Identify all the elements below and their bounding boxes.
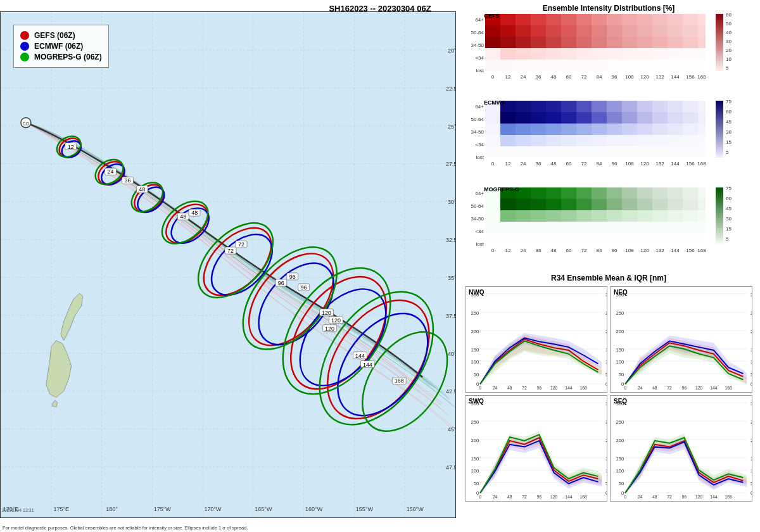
svg-text:250: 250 bbox=[750, 310, 752, 316]
svg-rect-260 bbox=[500, 135, 516, 146]
svg-text:84: 84 bbox=[597, 248, 602, 253]
svg-text:<34: <34 bbox=[475, 55, 484, 61]
svg-text:34-50: 34-50 bbox=[471, 216, 484, 222]
svg-rect-274 bbox=[485, 146, 707, 158]
svg-rect-143 bbox=[516, 37, 531, 48]
svg-rect-342 bbox=[637, 210, 652, 222]
svg-rect-241 bbox=[668, 112, 683, 124]
svg-text:96: 96 bbox=[537, 386, 542, 390]
svg-rect-336 bbox=[546, 210, 561, 222]
svg-rect-270 bbox=[652, 135, 668, 146]
svg-text:24: 24 bbox=[108, 168, 114, 175]
svg-rect-249 bbox=[561, 124, 576, 135]
svg-text:24: 24 bbox=[521, 161, 526, 167]
svg-rect-264 bbox=[561, 135, 576, 146]
svg-text:0: 0 bbox=[479, 495, 481, 499]
svg-text:96: 96 bbox=[289, 274, 296, 280]
svg-text:30: 30 bbox=[726, 39, 732, 44]
svg-rect-325 bbox=[607, 199, 622, 210]
quad-svg-nwq: 300 250 200 150 100 50 0 300 250 200 150… bbox=[466, 287, 607, 392]
svg-rect-144 bbox=[531, 37, 546, 48]
svg-text:36: 36 bbox=[536, 248, 542, 253]
svg-text:96: 96 bbox=[612, 161, 618, 167]
svg-rect-145 bbox=[546, 37, 561, 48]
svg-rect-306 bbox=[546, 187, 561, 199]
svg-text:170°W: 170°W bbox=[205, 506, 222, 512]
svg-text:15: 15 bbox=[726, 226, 732, 232]
svg-rect-250 bbox=[576, 124, 592, 135]
svg-text:100: 100 bbox=[605, 468, 607, 474]
svg-rect-128 bbox=[516, 25, 531, 37]
svg-rect-236 bbox=[592, 112, 607, 124]
svg-text:24: 24 bbox=[493, 495, 498, 499]
svg-rect-173 bbox=[516, 60, 531, 71]
svg-text:0: 0 bbox=[624, 386, 626, 390]
svg-text:150: 150 bbox=[616, 456, 624, 462]
svg-text:50-64: 50-64 bbox=[471, 117, 484, 122]
svg-text:200: 200 bbox=[605, 329, 607, 334]
svg-rect-138 bbox=[668, 25, 683, 37]
svg-rect-258 bbox=[698, 124, 706, 135]
svg-rect-124 bbox=[683, 14, 698, 25]
heatmap-label-mogreps: MOGREPS-G bbox=[484, 186, 519, 193]
svg-text:144: 144 bbox=[710, 386, 718, 390]
svg-rect-135 bbox=[622, 25, 637, 37]
svg-text:72: 72 bbox=[581, 74, 587, 80]
svg-rect-201 bbox=[716, 14, 723, 71]
svg-text:168: 168 bbox=[725, 495, 733, 499]
legend-dot-mogreps bbox=[20, 53, 29, 61]
svg-text:144: 144 bbox=[565, 495, 573, 499]
svg-rect-146 bbox=[561, 37, 576, 48]
svg-rect-240 bbox=[652, 112, 668, 124]
svg-rect-227 bbox=[683, 101, 698, 112]
quad-label-nwq: NWQ bbox=[469, 289, 484, 296]
svg-text:120: 120 bbox=[322, 310, 331, 316]
svg-text:120: 120 bbox=[325, 326, 334, 332]
svg-rect-347 bbox=[485, 222, 707, 233]
footer-text: For model diagnostic purposes. Global en… bbox=[0, 524, 760, 532]
svg-rect-305 bbox=[531, 187, 546, 199]
heatmap-ecmwf: 64+ 50-64 34-50 <34 lost bbox=[464, 98, 714, 168]
svg-text:96: 96 bbox=[612, 74, 618, 80]
svg-text:50-64: 50-64 bbox=[471, 203, 484, 209]
svg-text:150: 150 bbox=[750, 456, 752, 462]
svg-rect-216 bbox=[516, 101, 531, 112]
svg-rect-314 bbox=[668, 187, 683, 199]
svg-rect-327 bbox=[637, 199, 652, 210]
svg-rect-161 bbox=[561, 48, 576, 60]
svg-text:72: 72 bbox=[667, 495, 672, 499]
svg-rect-237 bbox=[607, 112, 622, 124]
svg-rect-326 bbox=[622, 199, 637, 210]
svg-text:96: 96 bbox=[682, 386, 687, 390]
svg-rect-225 bbox=[652, 101, 668, 112]
svg-rect-123 bbox=[668, 14, 683, 25]
svg-text:150°W: 150°W bbox=[407, 506, 424, 512]
svg-text:50: 50 bbox=[474, 372, 479, 377]
heatmap-mogreps: 64+ 50-64 34-50 <34 lost bbox=[464, 185, 714, 258]
svg-text:22.5°S: 22.5°S bbox=[446, 86, 455, 92]
svg-rect-334 bbox=[516, 210, 531, 222]
svg-rect-340 bbox=[607, 210, 622, 222]
svg-text:0: 0 bbox=[605, 490, 607, 496]
svg-text:156: 156 bbox=[686, 248, 695, 253]
svg-rect-232 bbox=[531, 112, 546, 124]
svg-rect-234 bbox=[561, 112, 576, 124]
svg-rect-239 bbox=[637, 112, 652, 124]
svg-text:50: 50 bbox=[750, 372, 752, 377]
svg-rect-321 bbox=[546, 199, 561, 210]
quad-chart-swq: SWQ 300 250 200 150 100 50 0 300 250 200… bbox=[465, 395, 607, 502]
svg-text:48: 48 bbox=[507, 495, 512, 499]
svg-rect-344 bbox=[668, 210, 683, 222]
svg-rect-228 bbox=[698, 101, 706, 112]
svg-text:24: 24 bbox=[521, 248, 526, 253]
right-panel: Ensemble Intensity Distributions [%] GEF… bbox=[457, 0, 760, 532]
svg-rect-166 bbox=[637, 48, 652, 60]
svg-text:156: 156 bbox=[686, 74, 695, 80]
svg-text:168: 168 bbox=[697, 161, 706, 167]
svg-rect-152 bbox=[652, 37, 668, 48]
svg-rect-168 bbox=[668, 48, 683, 60]
svg-rect-159 bbox=[531, 48, 546, 60]
svg-rect-148 bbox=[592, 37, 607, 48]
svg-text:35°S: 35°S bbox=[448, 275, 455, 281]
svg-rect-364 bbox=[716, 187, 723, 244]
